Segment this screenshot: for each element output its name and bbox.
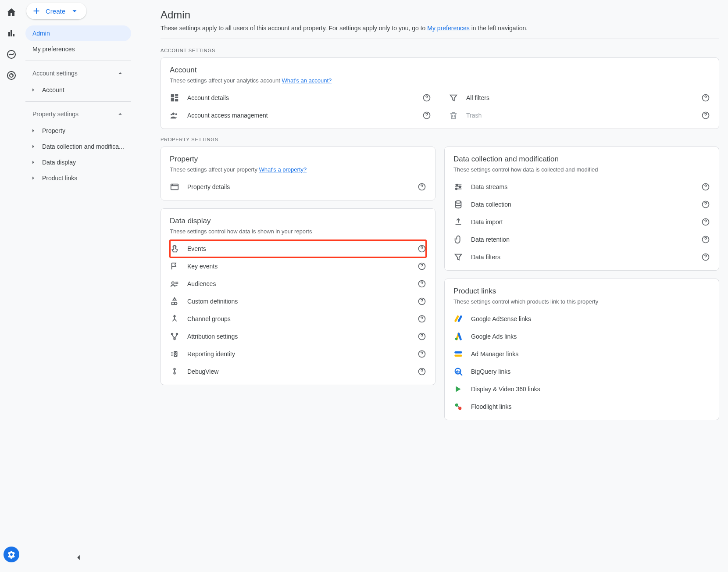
item-data-collection[interactable]: Data collection	[453, 196, 710, 213]
help-icon[interactable]	[701, 111, 710, 120]
create-button[interactable]: Create	[26, 3, 86, 19]
reports-icon[interactable]	[6, 28, 17, 39]
svg-rect-10	[171, 184, 178, 190]
svg-point-5	[175, 113, 177, 115]
item-all-filters[interactable]: All filters	[449, 89, 710, 107]
touch-icon	[170, 244, 187, 254]
advertising-icon[interactable]	[6, 70, 17, 81]
item-trash[interactable]: Trash	[449, 107, 710, 124]
caret-right-icon	[29, 160, 38, 165]
nav-sub-data-collection[interactable]: Data collection and modifica...	[25, 139, 131, 154]
admin-gear-icon[interactable]	[4, 547, 19, 562]
item-property-details[interactable]: Property details	[170, 178, 426, 196]
main-content: Admin These settings apply to all users …	[134, 0, 728, 572]
home-icon[interactable]	[6, 7, 17, 18]
item-account-details[interactable]: Account details	[170, 89, 431, 107]
whats-a-property-link[interactable]: What's a property?	[259, 166, 307, 173]
item-events[interactable]: Events	[170, 240, 426, 257]
caret-right-icon	[29, 175, 38, 181]
nav-sub-property[interactable]: Property	[25, 123, 131, 139]
google-ads-icon	[453, 332, 471, 341]
filter-icon	[453, 252, 471, 262]
my-preferences-link[interactable]: My preferences	[427, 25, 469, 32]
svg-point-14	[172, 282, 175, 284]
caret-right-icon	[29, 144, 38, 149]
help-icon[interactable]	[701, 235, 710, 244]
merge-icon	[170, 314, 187, 324]
item-dv360-links[interactable]: Display & Video 360 links	[453, 380, 710, 398]
item-channel-groups[interactable]: Channel groups	[170, 310, 426, 328]
help-icon[interactable]	[701, 253, 710, 261]
explore-icon[interactable]	[6, 49, 17, 60]
item-data-streams[interactable]: Data streams	[453, 178, 710, 196]
create-label: Create	[46, 7, 65, 15]
help-icon[interactable]	[418, 279, 426, 288]
item-data-retention[interactable]: Data retention	[453, 231, 710, 248]
help-icon[interactable]	[418, 262, 426, 271]
svg-point-27	[456, 184, 458, 186]
item-key-events[interactable]: Key events	[170, 257, 426, 275]
help-icon[interactable]	[701, 200, 710, 209]
help-icon[interactable]	[422, 93, 431, 102]
filter-icon	[449, 93, 466, 103]
help-icon[interactable]	[701, 93, 710, 102]
svg-point-38	[455, 404, 458, 407]
floodlight-icon	[453, 402, 471, 411]
nav-sub-product-links[interactable]: Product links	[25, 170, 131, 186]
item-ad-manager-links[interactable]: Ad Manager links	[453, 345, 710, 363]
help-icon[interactable]	[418, 367, 426, 376]
page-subtitle: These settings apply to all users of thi…	[161, 25, 719, 32]
item-data-import[interactable]: Data import	[453, 213, 710, 231]
svg-point-1	[7, 72, 15, 79]
nav-section-head-property[interactable]: Property settings	[25, 105, 131, 123]
nav-my-preferences[interactable]: My preferences	[25, 41, 131, 57]
help-icon[interactable]	[418, 244, 426, 253]
page-title: Admin	[161, 9, 719, 21]
help-icon[interactable]	[418, 350, 426, 358]
sidebar: Create Admin My preferences Account sett…	[23, 0, 134, 572]
item-data-filters[interactable]: Data filters	[453, 248, 710, 266]
trash-icon	[449, 111, 466, 120]
section-label-account: ACCOUNT SETTINGS	[161, 48, 719, 53]
help-icon[interactable]	[418, 182, 426, 191]
item-audiences[interactable]: Audiences	[170, 275, 426, 293]
help-icon[interactable]	[418, 315, 426, 323]
item-floodlight-links[interactable]: Floodlight links	[453, 398, 710, 415]
item-custom-definitions[interactable]: Custom definitions	[170, 293, 426, 310]
svg-point-31	[456, 201, 461, 204]
group-icon	[170, 111, 187, 120]
card-desc: These settings control how data is colle…	[453, 166, 710, 173]
nav-admin[interactable]: Admin	[25, 25, 131, 41]
help-icon[interactable]	[418, 332, 426, 341]
help-icon[interactable]	[422, 111, 431, 120]
item-google-ads-links[interactable]: Google Ads links	[453, 328, 710, 345]
svg-point-18	[171, 333, 173, 335]
card-desc: These settings affect your analytics acc…	[170, 77, 710, 84]
whats-an-account-link[interactable]: What's an account?	[282, 77, 332, 84]
svg-point-39	[458, 407, 461, 410]
flag-icon	[170, 261, 187, 271]
help-icon[interactable]	[701, 218, 710, 226]
nav-sub-data-display[interactable]: Data display	[25, 154, 131, 170]
item-attribution-settings[interactable]: Attribution settings	[170, 328, 426, 345]
adsense-icon	[453, 314, 471, 324]
caret-right-icon	[29, 87, 38, 93]
svg-point-4	[172, 113, 175, 115]
divider	[161, 39, 719, 39]
item-reporting-identity[interactable]: Reporting identity	[170, 345, 426, 363]
help-icon[interactable]	[418, 297, 426, 306]
help-icon[interactable]	[701, 182, 710, 191]
svg-point-25	[174, 368, 175, 370]
upload-icon	[453, 217, 471, 227]
item-adsense-links[interactable]: Google AdSense links	[453, 310, 710, 328]
nav-section-head-account[interactable]: Account settings	[25, 64, 131, 82]
caret-down-icon	[70, 6, 79, 16]
audience-icon	[170, 279, 187, 289]
card-title: Account	[170, 66, 710, 75]
nav-sub-account[interactable]: Account	[25, 82, 131, 98]
collapse-sidebar-button[interactable]	[74, 553, 83, 564]
dv360-icon	[453, 384, 471, 394]
item-bigquery-links[interactable]: BigQuery links	[453, 363, 710, 380]
item-debugview[interactable]: DebugView	[170, 363, 426, 380]
item-account-access[interactable]: Account access management	[170, 107, 431, 124]
